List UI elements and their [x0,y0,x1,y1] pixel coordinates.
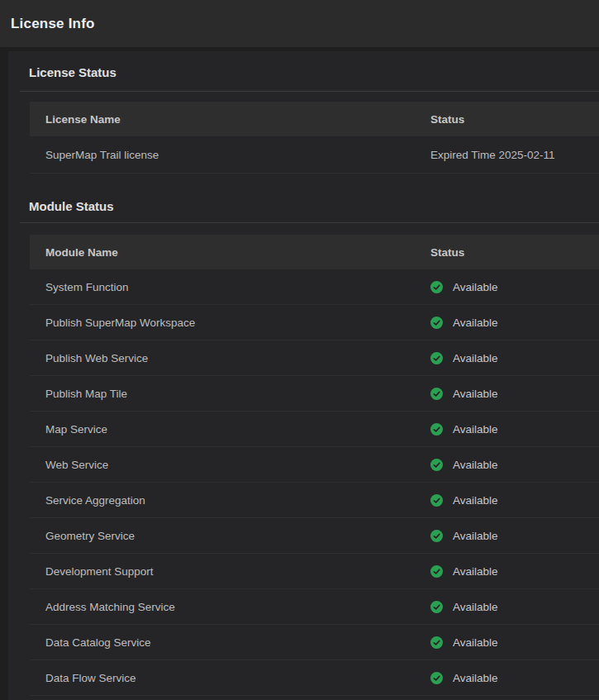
available-check-icon [430,601,443,613]
license-status-table: License Name Status SuperMap Trail licen… [30,102,599,174]
module-status-cell: Available [415,447,599,483]
license-status-cell: Expired Time 2025-02-11 [415,136,599,174]
status-badge: Available [453,601,498,613]
status-badge: Available [453,388,498,400]
table-row: Address Matching Service Available [30,589,599,625]
license-info-panel: License Status License Name Status Super… [8,51,599,700]
table-row: Development Support Available [30,554,599,589]
module-status-cell: Available [415,589,599,625]
license-status-column-header: Status [415,102,599,136]
license-name-column-header: License Name [30,102,415,136]
license-status-heading: License Status [20,66,599,79]
available-check-icon [430,352,443,364]
table-row: Publish Web Service Available [30,340,599,376]
module-status-cell: Available [415,412,599,447]
table-row: Data Flow Service Available [30,660,599,696]
status-badge: Available [453,494,498,507]
available-check-icon [430,388,443,400]
module-name-cell: Web Service [30,447,415,483]
status-badge: Available [453,317,498,329]
available-check-icon [430,494,443,507]
page-header: License Info [0,0,599,47]
status-badge: Available [453,352,498,364]
module-name-column-header: Module Name [30,235,415,269]
available-check-icon [430,530,443,542]
available-check-icon [430,459,443,471]
module-name-cell: Publish SuperMap Workspace [30,305,415,340]
table-row: Service Aggregation Available [30,483,599,518]
table-row: SuperMap Trail license Expired Time 2025… [30,136,599,174]
module-name-cell: Map Service [30,412,415,447]
available-check-icon [430,565,443,578]
module-status-heading: Module Status [20,200,599,213]
module-name-cell: Data Catalog Service [30,625,415,660]
module-status-cell: Available [415,518,599,554]
module-name-cell: Address Matching Service [30,589,415,625]
page-title: License Info [11,16,95,32]
module-status-cell: Available [415,305,599,340]
module-status-table: Module Name Status System Function Avail… [30,235,599,696]
module-table-header-row: Module Name Status [30,235,599,269]
available-check-icon [430,317,443,329]
module-status-cell: Available [415,660,599,696]
table-row: Web Service Available [30,447,599,483]
status-badge: Available [453,565,498,578]
module-name-cell: Publish Map Tile [30,376,415,412]
module-status-cell: Available [415,269,599,305]
status-badge: Available [453,672,498,684]
table-row: Map Service Available [30,412,599,447]
module-name-cell: Publish Web Service [30,340,415,376]
status-badge: Available [453,636,498,649]
status-badge: Available [453,530,498,542]
module-section-divider [20,222,599,223]
module-name-cell: Data Flow Service [30,660,415,696]
module-name-cell: Service Aggregation [30,483,415,518]
status-badge: Available [453,459,498,471]
license-table-header-row: License Name Status [30,102,599,136]
module-status-cell: Available [415,340,599,376]
status-badge: Available [453,281,498,293]
license-section-divider [20,91,599,92]
available-check-icon [430,636,443,649]
available-check-icon [430,672,443,684]
module-status-cell: Available [415,376,599,412]
module-name-cell: Development Support [30,554,415,589]
module-status-cell: Available [415,483,599,518]
module-status-cell: Available [415,554,599,589]
table-row: Geometry Service Available [30,518,599,554]
license-name-cell: SuperMap Trail license [30,136,415,174]
available-check-icon [430,423,443,436]
table-row: Publish Map Tile Available [30,376,599,412]
status-badge: Available [453,423,498,436]
module-status-cell: Available [415,625,599,660]
available-check-icon [430,281,443,293]
module-name-cell: Geometry Service [30,518,415,554]
table-row: System Function Available [30,269,599,305]
table-row: Data Catalog Service Available [30,625,599,660]
module-name-cell: System Function [30,269,415,305]
module-status-column-header: Status [415,235,599,269]
table-row: Publish SuperMap Workspace Available [30,305,599,340]
